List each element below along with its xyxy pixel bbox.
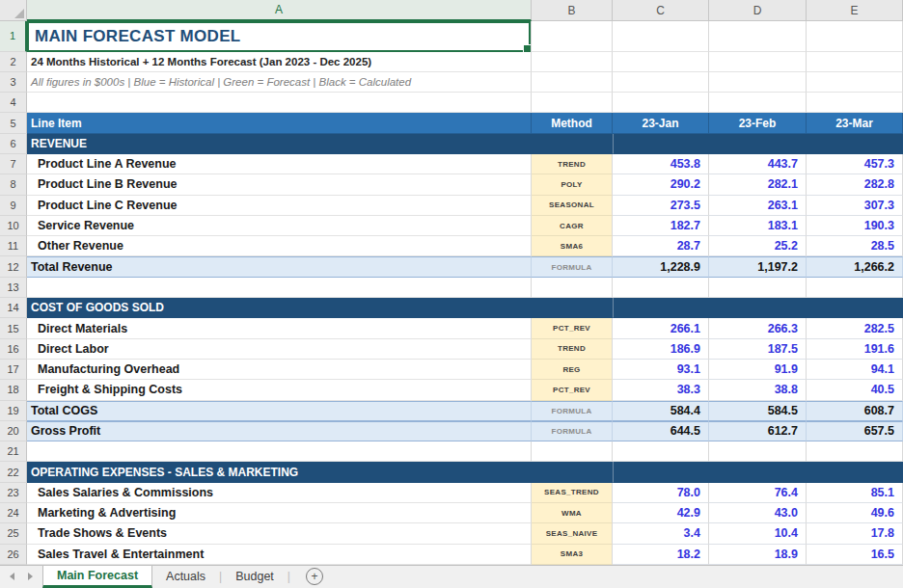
cell-B7[interactable]: TREND (532, 154, 613, 174)
cell-A2[interactable]: 24 Months Historical + 12 Months Forecas… (27, 52, 532, 72)
cell-B21[interactable] (532, 441, 613, 462)
cell-D5[interactable]: 23-Feb (709, 113, 807, 133)
cell-E4[interactable] (807, 93, 903, 113)
cell-A22[interactable]: OPERATING EXPENSES - SALES & MARKETING (27, 462, 532, 482)
row-header-19[interactable]: 19 (0, 401, 27, 421)
row-header-12[interactable]: 12 (0, 256, 27, 277)
row-header-23[interactable]: 23 (0, 483, 27, 503)
cell-A9[interactable]: Product Line C Revenue (27, 196, 532, 216)
column-header-c[interactable]: C (613, 0, 709, 21)
cell-A6[interactable]: REVENUE (27, 134, 532, 154)
cell-A25[interactable]: Trade Shows & Events (27, 523, 532, 544)
cell-B9[interactable]: SEASONAL (532, 196, 613, 216)
cell-A18[interactable]: Freight & Shipping Costs (27, 380, 532, 400)
cell-B25[interactable]: SEAS_NAIVE (532, 523, 613, 544)
tab-nav-left-icon[interactable] (10, 573, 14, 580)
row-header-1[interactable]: 1 (0, 21, 27, 52)
cell-C14[interactable] (613, 298, 709, 318)
cell-C1[interactable] (613, 21, 709, 52)
cell-E12[interactable]: 1,266.2 (807, 256, 903, 277)
row-header-17[interactable]: 17 (0, 360, 27, 380)
cell-B4[interactable] (532, 93, 613, 113)
cell-C8[interactable]: 290.2 (613, 174, 709, 195)
cell-C20[interactable]: 644.5 (613, 421, 709, 441)
cell-C3[interactable] (613, 72, 709, 93)
cell-C4[interactable] (613, 93, 709, 113)
cell-B10[interactable]: CAGR (532, 216, 613, 236)
row-header-2[interactable]: 2 (0, 52, 27, 72)
cell-A3[interactable]: All figures in $000s | Blue = Historical… (27, 72, 532, 93)
cell-B16[interactable]: TREND (532, 339, 613, 360)
cell-D2[interactable] (709, 52, 807, 72)
row-header-25[interactable]: 25 (0, 523, 27, 544)
cell-C10[interactable]: 182.7 (613, 216, 709, 236)
cell-D18[interactable]: 38.8 (709, 380, 807, 400)
cell-D22[interactable] (709, 462, 807, 482)
cell-A16[interactable]: Direct Labor (27, 339, 532, 360)
cell-A5[interactable]: Line Item (27, 113, 532, 133)
cell-C17[interactable]: 93.1 (613, 360, 709, 380)
cell-B13[interactable] (532, 278, 613, 298)
row-header-16[interactable]: 16 (0, 339, 27, 360)
cell-A26[interactable]: Sales Travel & Entertainment (27, 545, 532, 565)
cell-D4[interactable] (709, 93, 807, 113)
row-header-21[interactable]: 21 (0, 441, 27, 462)
cell-B3[interactable] (532, 72, 613, 93)
cell-E8[interactable]: 282.8 (807, 174, 903, 195)
cell-B11[interactable]: SMA6 (532, 236, 613, 256)
cell-E19[interactable]: 608.7 (807, 401, 903, 421)
row-header-8[interactable]: 8 (0, 174, 27, 195)
cell-E2[interactable] (807, 52, 903, 72)
cell-C23[interactable]: 78.0 (613, 483, 709, 503)
cell-C18[interactable]: 38.3 (613, 380, 709, 400)
cell-C19[interactable]: 584.4 (613, 401, 709, 421)
row-header-3[interactable]: 3 (0, 72, 27, 93)
row-header-24[interactable]: 24 (0, 503, 27, 523)
cell-B8[interactable]: POLY (532, 174, 613, 195)
cell-B19[interactable]: FORMULA (532, 401, 613, 421)
cell-A8[interactable]: Product Line B Revenue (27, 174, 532, 195)
cell-A13[interactable] (27, 278, 532, 298)
cell-D26[interactable]: 18.9 (709, 545, 807, 565)
cell-C6[interactable] (613, 134, 709, 154)
cell-B26[interactable]: SMA3 (532, 545, 613, 565)
cell-D15[interactable]: 266.3 (709, 318, 807, 338)
column-header-a[interactable]: A (27, 0, 532, 21)
cell-B20[interactable]: FORMULA (532, 421, 613, 441)
cell-D14[interactable] (709, 298, 807, 318)
row-header-7[interactable]: 7 (0, 154, 27, 174)
cell-D19[interactable]: 584.5 (709, 401, 807, 421)
cell-D23[interactable]: 76.4 (709, 483, 807, 503)
cell-E25[interactable]: 17.8 (807, 523, 903, 544)
cell-D1[interactable] (709, 21, 807, 52)
cell-A21[interactable] (27, 441, 532, 462)
cell-B2[interactable] (532, 52, 613, 72)
cell-C13[interactable] (613, 278, 709, 298)
cell-E6[interactable] (807, 134, 903, 154)
row-header-14[interactable]: 14 (0, 298, 27, 318)
column-header-e[interactable]: E (807, 0, 903, 21)
row-header-4[interactable]: 4 (0, 93, 27, 113)
cell-E13[interactable] (807, 278, 903, 298)
cell-B17[interactable]: REG (532, 360, 613, 380)
row-header-13[interactable]: 13 (0, 278, 27, 298)
sheet-tab-main-forecast[interactable]: Main Forecast (42, 566, 152, 588)
sheet-tab-actuals[interactable]: Actuals (152, 566, 219, 588)
row-header-22[interactable]: 22 (0, 462, 27, 482)
cell-E1[interactable] (807, 21, 903, 52)
row-header-6[interactable]: 6 (0, 134, 27, 154)
column-header-d[interactable]: D (709, 0, 807, 21)
cell-A4[interactable] (27, 93, 532, 113)
cell-C9[interactable]: 273.5 (613, 196, 709, 216)
fill-handle[interactable] (523, 44, 532, 52)
cell-E10[interactable]: 190.3 (807, 216, 903, 236)
row-header-18[interactable]: 18 (0, 380, 27, 400)
row-header-10[interactable]: 10 (0, 216, 27, 236)
cell-A10[interactable]: Service Revenue (27, 216, 532, 236)
column-header-b[interactable]: B (532, 0, 613, 21)
cell-D10[interactable]: 183.1 (709, 216, 807, 236)
cell-C24[interactable]: 42.9 (613, 503, 709, 523)
cell-A19[interactable]: Total COGS (27, 401, 532, 421)
cell-D6[interactable] (709, 134, 807, 154)
cell-A23[interactable]: Sales Salaries & Commissions (27, 483, 532, 503)
